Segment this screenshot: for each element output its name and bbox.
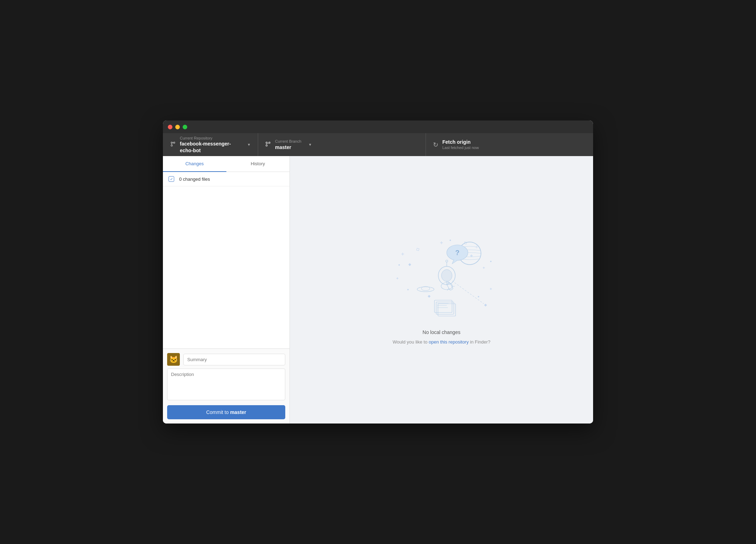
svg-point-47 bbox=[417, 287, 434, 292]
svg-rect-25 bbox=[416, 248, 419, 251]
fetch-subtitle: Last fetched just now bbox=[443, 145, 479, 150]
tab-changes[interactable]: Changes bbox=[163, 156, 226, 172]
empty-suffix-text: in Finder? bbox=[469, 339, 490, 345]
branch-text: Current Branch master bbox=[275, 139, 301, 150]
title-bar bbox=[163, 120, 593, 133]
minimize-button[interactable] bbox=[175, 125, 180, 129]
commit-btn-prefix: Commit to bbox=[206, 409, 230, 415]
empty-state: ? bbox=[382, 235, 501, 345]
select-all-checkbox[interactable] bbox=[169, 176, 174, 182]
empty-title: No local changes bbox=[422, 329, 460, 335]
svg-point-31 bbox=[478, 296, 479, 297]
svg-point-6 bbox=[266, 145, 267, 146]
current-repository-section[interactable]: Current Repository facebook-messenger-ec… bbox=[163, 133, 258, 156]
branch-icon bbox=[265, 141, 271, 148]
svg-point-27 bbox=[450, 240, 451, 241]
empty-subtitle: Would you like to open this repository i… bbox=[392, 339, 490, 345]
open-repository-link[interactable]: open this repository bbox=[429, 339, 469, 345]
svg-line-42 bbox=[452, 281, 484, 304]
empty-subtitle-text: Would you like to bbox=[392, 339, 428, 345]
empty-illustration: ? bbox=[382, 235, 501, 320]
main-content: ? bbox=[290, 156, 593, 424]
svg-marker-24 bbox=[428, 295, 431, 298]
content: Changes History 0 changed files 🐱 bbox=[163, 156, 593, 424]
sidebar-spacer bbox=[163, 186, 289, 348]
repo-label: Current Repository bbox=[180, 136, 240, 141]
traffic-lights bbox=[168, 125, 187, 129]
commit-area: 🐱 Commit to master bbox=[163, 348, 289, 424]
branch-name: master bbox=[275, 144, 301, 150]
svg-point-48 bbox=[421, 286, 430, 291]
changed-files-count: 0 changed files bbox=[179, 177, 210, 182]
app-window: Current Repository facebook-messenger-ec… bbox=[163, 120, 593, 424]
svg-point-29 bbox=[490, 261, 492, 262]
svg-point-28 bbox=[407, 289, 409, 290]
summary-input[interactable] bbox=[183, 354, 285, 365]
current-branch-section[interactable]: Current Branch master ▼ bbox=[258, 133, 426, 156]
repo-text: Current Repository facebook-messenger-ec… bbox=[180, 136, 240, 154]
repo-chevron-icon: ▼ bbox=[247, 143, 251, 147]
toolbar: Current Repository facebook-messenger-ec… bbox=[163, 133, 593, 156]
commit-btn-branch: master bbox=[230, 409, 246, 415]
sidebar: Changes History 0 changed files 🐱 bbox=[163, 156, 290, 424]
svg-marker-23 bbox=[484, 304, 487, 307]
avatar: 🐱 bbox=[167, 353, 180, 366]
changed-files-row[interactable]: 0 changed files bbox=[163, 172, 289, 186]
repository-icon bbox=[170, 141, 176, 148]
svg-marker-21 bbox=[408, 263, 411, 266]
repo-name: facebook-messenger-echo-bot bbox=[180, 141, 240, 153]
sidebar-tabs: Changes History bbox=[163, 156, 289, 172]
tab-history[interactable]: History bbox=[226, 156, 290, 172]
svg-point-39 bbox=[441, 270, 452, 282]
commit-button[interactable]: Commit to master bbox=[167, 405, 285, 419]
svg-point-1 bbox=[171, 145, 172, 146]
svg-text:?: ? bbox=[455, 249, 459, 256]
fetch-title: Fetch origin bbox=[443, 139, 479, 145]
fetch-icon: ↻ bbox=[433, 141, 438, 149]
summary-row: 🐱 bbox=[167, 353, 285, 366]
maximize-button[interactable] bbox=[183, 125, 187, 129]
fetch-origin-section[interactable]: ↻ Fetch origin Last fetched just now bbox=[426, 133, 593, 156]
fetch-text: Fetch origin Last fetched just now bbox=[443, 139, 479, 150]
close-button[interactable] bbox=[168, 125, 172, 129]
branch-chevron-icon: ▼ bbox=[309, 143, 312, 147]
svg-point-30 bbox=[398, 264, 400, 266]
description-input[interactable] bbox=[167, 369, 285, 400]
branch-label: Current Branch bbox=[275, 139, 301, 144]
